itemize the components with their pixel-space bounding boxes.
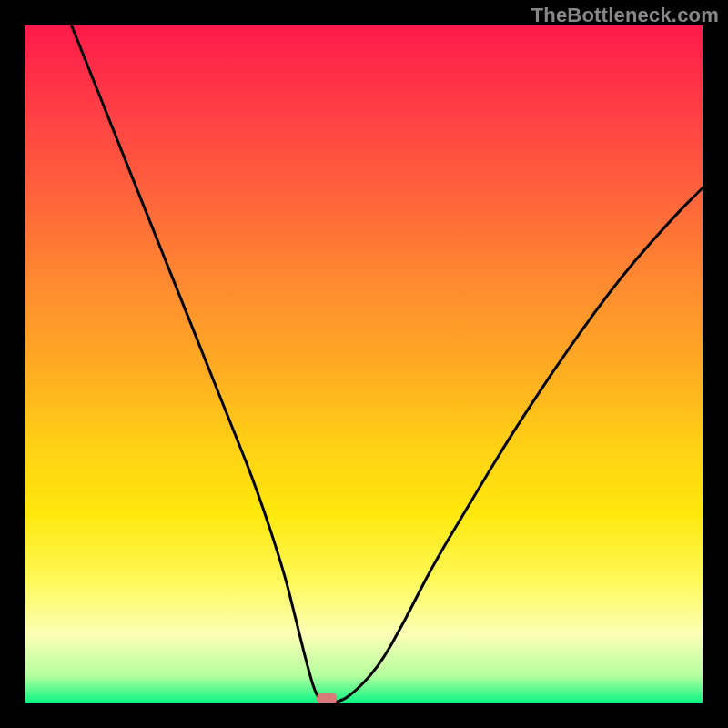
- plot-area: [25, 25, 703, 703]
- chart-svg: [25, 25, 703, 703]
- screenshot-root: TheBottleneck.com: [0, 0, 728, 728]
- minimum-marker: [317, 693, 337, 703]
- chart-frame: [0, 0, 728, 728]
- bottleneck-curve: [66, 25, 703, 703]
- watermark-text: TheBottleneck.com: [531, 4, 719, 27]
